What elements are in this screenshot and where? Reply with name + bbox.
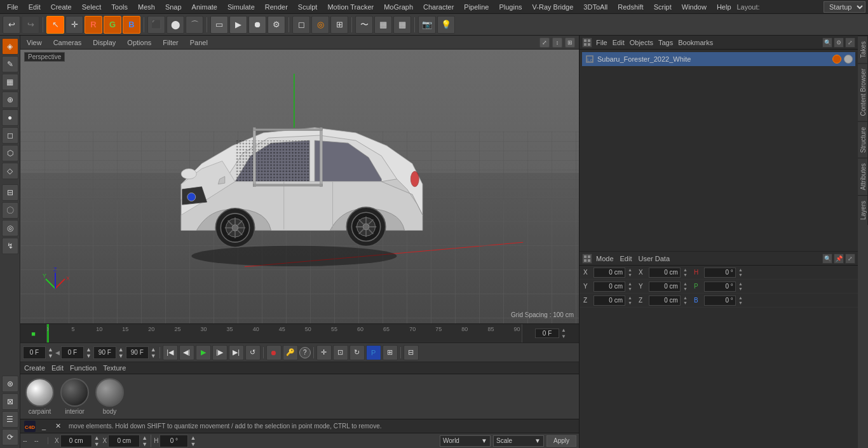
- attr-x-pos-field[interactable]: [593, 268, 625, 278]
- menu-mograph[interactable]: MoGraph: [379, 2, 417, 12]
- object-row-subaru[interactable]: Lo Subaru_Forester_2022_White: [582, 52, 855, 66]
- sidebar-texture-button[interactable]: ▦: [2, 74, 18, 90]
- material-item-body[interactable]: body: [95, 378, 124, 415]
- menu-script[interactable]: Script: [649, 2, 676, 12]
- sidebar-bottom1-button[interactable]: ⊛: [2, 376, 18, 392]
- attr-p-field[interactable]: [704, 282, 736, 292]
- attr-h-field[interactable]: [704, 268, 736, 278]
- sidebar-bottom3-button[interactable]: ☰: [2, 411, 18, 428]
- attr-b-field[interactable]: [704, 295, 736, 306]
- attr-pin-button[interactable]: 📌: [834, 254, 844, 264]
- menu-plugins[interactable]: Plugins: [494, 2, 526, 12]
- current-field-arrows[interactable]: ▲▼: [85, 346, 92, 359]
- timeline-expand-button[interactable]: ⊟: [403, 345, 419, 360]
- x-rot-arrows[interactable]: ▲▼: [141, 435, 148, 447]
- attr-z-arrows[interactable]: ▲▼: [628, 295, 632, 305]
- apply-button[interactable]: Apply: [546, 435, 576, 447]
- menu-vray[interactable]: V-Ray Bridge: [528, 2, 578, 12]
- sidebar-poly-button[interactable]: ⬡: [2, 145, 18, 161]
- attr-y2-arrows[interactable]: ▲▼: [683, 282, 688, 291]
- x-pos-arrows[interactable]: ▲▼: [93, 435, 100, 447]
- viewport-menu-options[interactable]: Options: [125, 37, 154, 48]
- h-field[interactable]: [159, 435, 188, 447]
- top-button[interactable]: ▦: [393, 16, 411, 34]
- viewport-menu-view[interactable]: View: [24, 37, 44, 48]
- vtab-attributes[interactable]: Attributes: [858, 158, 868, 195]
- attr-b-arrows[interactable]: ▲▼: [738, 295, 743, 305]
- help-button[interactable]: ?: [299, 347, 311, 358]
- status-close-button[interactable]: ✕: [52, 421, 64, 432]
- playback-end1-field[interactable]: [93, 346, 116, 359]
- sidebar-tool2-button[interactable]: ⊕: [2, 92, 18, 108]
- playback-start-field[interactable]: [23, 346, 46, 359]
- sidebar-live-button[interactable]: ◇: [2, 163, 18, 179]
- menu-create[interactable]: Create: [46, 2, 76, 12]
- rotate-z-button[interactable]: B: [123, 16, 140, 34]
- viewport-canvas[interactable]: Perspective X Y Z Grid Spacing : 100 cm: [20, 50, 579, 323]
- playback-end2-field[interactable]: [126, 346, 149, 359]
- sidebar-edge-button[interactable]: ◻: [2, 127, 18, 144]
- sidebar-point-button[interactable]: ●: [2, 109, 18, 126]
- menu-character[interactable]: Character: [419, 2, 458, 12]
- loop-button[interactable]: ↺: [245, 345, 261, 360]
- sidebar-nurbs-button[interactable]: 〇: [2, 202, 18, 219]
- attr-search-button[interactable]: 🔍: [822, 254, 832, 264]
- attr-y-size-field[interactable]: [649, 282, 681, 292]
- menu-tools[interactable]: Tools: [107, 2, 132, 12]
- grid-key-button[interactable]: ⊞: [383, 345, 398, 360]
- cube-button[interactable]: ⬛: [147, 16, 165, 34]
- attr-menu-mode[interactable]: Mode: [593, 255, 616, 262]
- timeline-frame-input[interactable]: [535, 329, 559, 338]
- menu-pipeline[interactable]: Pipeline: [459, 2, 493, 12]
- menu-simulate[interactable]: Simulate: [223, 2, 259, 12]
- rot-key-button[interactable]: ↻: [349, 345, 365, 360]
- vtab-layers[interactable]: Layers: [858, 195, 868, 225]
- sidebar-bottom2-button[interactable]: ⊠: [2, 393, 18, 410]
- obj-menu-objects[interactable]: Objects: [630, 39, 653, 46]
- bend-button[interactable]: ⌒: [186, 16, 203, 34]
- timeline-frame-arrows[interactable]: ▲ ▼: [561, 327, 566, 339]
- menu-redshift[interactable]: Redshift: [613, 2, 648, 12]
- x-pos-field[interactable]: [60, 435, 92, 447]
- attr-p-arrows[interactable]: ▲▼: [738, 282, 743, 291]
- rotate-y-button[interactable]: G: [104, 16, 121, 34]
- sidebar-deform-button[interactable]: ↯: [2, 238, 18, 254]
- object-vis-button-subaru[interactable]: [832, 55, 841, 64]
- obj-menu-bookmarks[interactable]: Bookmarks: [678, 39, 713, 46]
- vp-expand-button[interactable]: ⤢: [539, 37, 550, 48]
- object-render-button-subaru[interactable]: [844, 55, 853, 64]
- vtab-structure[interactable]: Structure: [858, 121, 868, 158]
- sphere-button[interactable]: ⬤: [166, 16, 184, 34]
- timeline-track[interactable]: 0 5 10 15 20 25 30 35 40 45 50 55 60 65: [47, 324, 522, 343]
- sidebar-sub-button[interactable]: ◎: [2, 220, 18, 236]
- light-button[interactable]: 💡: [437, 16, 455, 34]
- vtab-content-browser[interactable]: Content Browser: [858, 63, 868, 121]
- attr-expand-button[interactable]: ⤢: [845, 254, 855, 264]
- play-button[interactable]: ▶: [196, 345, 211, 360]
- rotate-x-button[interactable]: R: [85, 16, 102, 34]
- render-active-button[interactable]: ▶: [229, 16, 247, 34]
- attr-x-size-field[interactable]: [649, 268, 681, 278]
- vtab-takes[interactable]: Takes: [858, 36, 868, 63]
- menu-edit[interactable]: Edit: [24, 2, 45, 12]
- front-button[interactable]: ▦: [374, 16, 392, 34]
- vp-maximize-button[interactable]: ↕: [552, 37, 562, 48]
- attr-z-size-field[interactable]: [649, 295, 681, 306]
- attr-x2-arrows[interactable]: ▲▼: [683, 268, 688, 277]
- viewport-menu-cameras[interactable]: Cameras: [51, 37, 85, 48]
- obj-settings-button[interactable]: ⚙: [834, 37, 844, 48]
- camera-button[interactable]: 📷: [418, 16, 436, 34]
- vp-lock-button[interactable]: ⊞: [565, 37, 575, 48]
- material-item-interior[interactable]: interior: [60, 378, 89, 415]
- move-tool-button[interactable]: ✛: [65, 16, 83, 34]
- menu-3dtoall[interactable]: 3DToAll: [579, 2, 612, 12]
- status-minimize-button[interactable]: _: [38, 421, 50, 432]
- sidebar-model-button[interactable]: ◈: [2, 38, 18, 55]
- next-frame-button[interactable]: |▶: [212, 345, 227, 360]
- menu-select[interactable]: Select: [78, 2, 106, 12]
- sidebar-bottom4-button[interactable]: ⟳: [2, 429, 18, 445]
- attr-z2-arrows[interactable]: ▲▼: [683, 295, 688, 305]
- mat-menu-texture[interactable]: Texture: [103, 364, 126, 372]
- obj-search-button[interactable]: 🔍: [822, 37, 832, 48]
- menu-window[interactable]: Window: [677, 2, 711, 12]
